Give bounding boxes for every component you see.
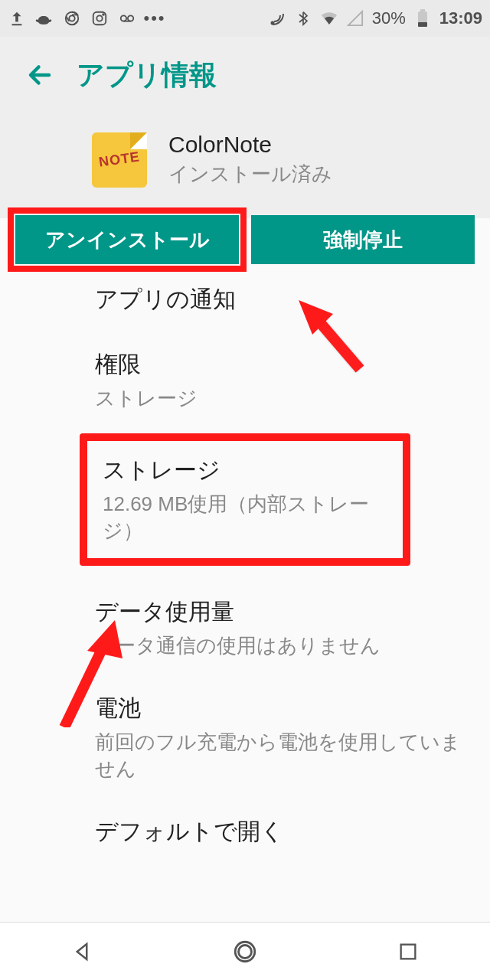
svg-rect-13 xyxy=(401,944,416,959)
nav-back-button[interactable] xyxy=(60,930,103,973)
row-title: 権限 xyxy=(95,349,490,381)
row-storage[interactable]: ストレージ 12.69 MB使用（内部ストレージ） xyxy=(80,433,410,566)
row-title: デフォルトで開く xyxy=(95,816,490,848)
svg-point-1 xyxy=(69,15,74,21)
svg-point-7 xyxy=(271,22,273,24)
svg-point-4 xyxy=(103,14,104,15)
app-icon: NOTE xyxy=(92,132,147,188)
svg-point-3 xyxy=(96,15,102,21)
row-subtitle: データ通信の使用はありません xyxy=(95,632,490,659)
bluetooth-icon xyxy=(294,9,312,28)
row-battery[interactable]: 電池 前回のフル充電から電池を使用していません xyxy=(0,676,490,799)
row-subtitle: 12.69 MB使用（内部ストレージ） xyxy=(103,491,387,544)
cast-icon xyxy=(268,9,286,28)
signal-icon xyxy=(346,9,364,28)
row-notifications[interactable]: アプリの通知 xyxy=(0,267,490,332)
status-bar: ••• 30% 13:09 xyxy=(0,0,490,37)
svg-rect-9 xyxy=(418,22,427,27)
nav-home-button[interactable] xyxy=(224,930,266,973)
app-header: NOTE ColorNote インストール済み xyxy=(0,113,490,218)
more-icon: ••• xyxy=(145,9,164,28)
app-name: ColorNote xyxy=(168,132,332,158)
force-stop-button[interactable]: 強制停止 xyxy=(251,215,475,264)
upload-icon xyxy=(8,9,26,28)
uninstall-button[interactable]: アンインストール xyxy=(15,215,239,264)
nav-bar xyxy=(0,922,490,980)
voicemail-icon xyxy=(118,9,136,28)
teapot-icon xyxy=(35,9,54,28)
row-subtitle: 前回のフル充電から電池を使用していません xyxy=(95,729,490,782)
page-title: アプリ情報 xyxy=(77,57,217,94)
row-subtitle: ストレージ xyxy=(95,385,490,412)
row-title: データ使用量 xyxy=(95,596,490,628)
chrome-icon xyxy=(63,9,81,28)
row-permissions[interactable]: 権限 ストレージ xyxy=(0,332,490,429)
nav-recent-button[interactable] xyxy=(387,930,430,973)
svg-point-12 xyxy=(238,945,251,958)
row-title: 電池 xyxy=(95,693,490,724)
battery-icon xyxy=(413,9,432,28)
app-bar: アプリ情報 xyxy=(0,37,490,113)
row-title: ストレージ xyxy=(103,455,387,486)
back-button[interactable] xyxy=(18,54,61,96)
instagram-icon xyxy=(90,9,109,28)
action-buttons: アンインストール 強制停止 xyxy=(0,215,490,264)
row-data-usage[interactable]: データ使用量 データ通信の使用はありません xyxy=(0,580,490,676)
wifi-icon xyxy=(320,9,338,28)
svg-point-6 xyxy=(128,15,133,21)
svg-rect-10 xyxy=(420,9,425,11)
svg-point-5 xyxy=(121,15,126,21)
clock: 13:09 xyxy=(439,8,482,28)
battery-percent: 30% xyxy=(372,8,406,28)
row-title: アプリの通知 xyxy=(95,284,490,315)
app-install-status: インストール済み xyxy=(168,161,332,188)
row-open-by-default[interactable]: デフォルトで開く xyxy=(0,799,490,854)
